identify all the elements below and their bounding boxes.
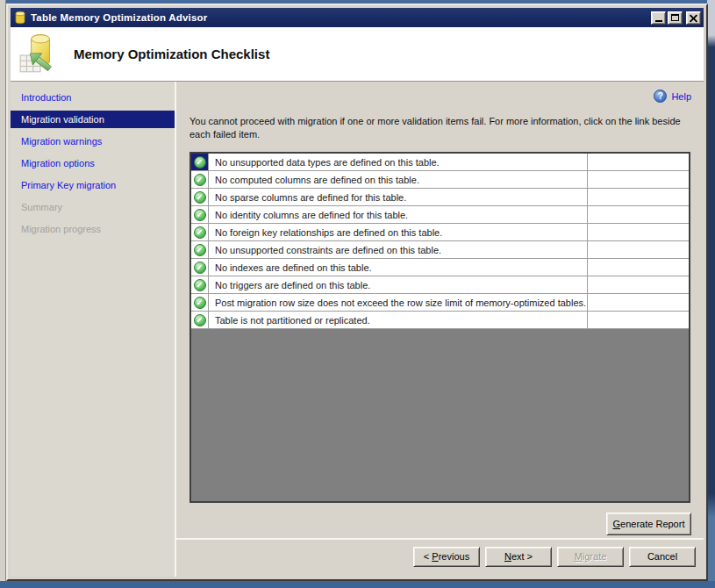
validation-pass-icon bbox=[194, 262, 206, 274]
failure-link-cell bbox=[588, 206, 689, 223]
status-cell bbox=[191, 224, 209, 240]
failure-link-cell bbox=[588, 312, 689, 328]
maximize-button[interactable] bbox=[668, 11, 683, 25]
instruction-text: You cannot proceed with migration if one… bbox=[189, 115, 703, 141]
status-cell bbox=[191, 241, 209, 258]
close-icon bbox=[690, 14, 697, 22]
wizard-steps-sidebar: Introduction Migration validation Migrat… bbox=[11, 82, 176, 577]
migrate-button: Migrate bbox=[557, 547, 624, 567]
checklist-row[interactable]: Post migration row size does not exceed … bbox=[191, 294, 689, 312]
validation-message: No unsupported data types are defined on… bbox=[209, 154, 588, 170]
validation-page: Help You cannot proceed with migration i… bbox=[176, 82, 704, 538]
database-icon bbox=[13, 11, 27, 25]
advisor-dialog: Table Memory Optimization Advisor bbox=[6, 4, 708, 581]
validation-message: No indexes are defined on this table. bbox=[209, 259, 588, 276]
checklist-row[interactable]: No triggers are defined on this table. bbox=[191, 276, 689, 294]
validation-checklist-grid: No unsupported data types are defined on… bbox=[189, 152, 690, 503]
sidebar-item-migration-options[interactable]: Migration options bbox=[11, 154, 175, 172]
status-cell bbox=[191, 312, 209, 328]
sidebar-item-primary-key-migration[interactable]: Primary Key migration bbox=[11, 176, 175, 194]
validation-message: Post migration row size does not exceed … bbox=[209, 294, 588, 311]
sidebar-item-migration-progress: Migration progress bbox=[11, 220, 175, 238]
page-title: Memory Optimization Checklist bbox=[74, 47, 269, 61]
previous-button[interactable]: < Previous bbox=[413, 547, 480, 567]
wizard-footer: < Previous Next > Migrate Cancel bbox=[176, 538, 704, 577]
validation-pass-icon bbox=[194, 244, 206, 256]
sidebar-item-introduction[interactable]: Introduction bbox=[11, 89, 175, 106]
failure-link-cell bbox=[588, 189, 689, 205]
button-label: enerate Report bbox=[620, 519, 684, 529]
failure-link-cell bbox=[588, 294, 689, 311]
checklist-row[interactable]: No unsupported data types are defined on… bbox=[191, 154, 689, 171]
minimize-button[interactable] bbox=[651, 11, 666, 25]
failure-link-cell bbox=[588, 154, 689, 170]
memory-optimization-icon bbox=[18, 32, 61, 76]
validation-pass-icon bbox=[194, 226, 206, 239]
failure-link-cell bbox=[588, 259, 689, 276]
failure-link-cell bbox=[588, 241, 689, 258]
cancel-button[interactable]: Cancel bbox=[629, 547, 696, 567]
close-button[interactable] bbox=[686, 11, 701, 25]
validation-pass-icon bbox=[194, 156, 206, 169]
status-cell bbox=[191, 206, 209, 223]
sidebar-item-migration-warnings[interactable]: Migration warnings bbox=[11, 133, 175, 150]
status-cell bbox=[191, 259, 209, 276]
validation-pass-icon bbox=[194, 174, 206, 186]
validation-pass-icon bbox=[194, 191, 206, 204]
status-cell bbox=[191, 171, 209, 188]
status-cell bbox=[191, 276, 209, 293]
wizard-header: Memory Optimization Checklist bbox=[11, 27, 704, 82]
help-label: Help bbox=[671, 91, 691, 102]
validation-message: No unsupported constraints are defined o… bbox=[209, 241, 588, 258]
checklist-row[interactable]: No sparse columns are defined for this t… bbox=[191, 189, 689, 206]
checklist-row[interactable]: No computed columns are defined on this … bbox=[191, 171, 689, 189]
validation-message: No identity columns are defined for this… bbox=[209, 206, 588, 223]
validation-message: No sparse columns are defined for this t… bbox=[209, 189, 588, 205]
button-mnemonic: P bbox=[432, 551, 438, 562]
status-cell bbox=[191, 294, 209, 311]
button-mnemonic: G bbox=[613, 519, 621, 529]
failure-link-cell bbox=[588, 224, 689, 240]
titlebar[interactable]: Table Memory Optimization Advisor bbox=[11, 8, 704, 27]
checklist-row[interactable]: No foreign key relationships are defined… bbox=[191, 224, 689, 241]
button-mnemonic: N bbox=[504, 551, 511, 562]
validation-pass-icon bbox=[194, 279, 206, 291]
status-cell bbox=[191, 189, 209, 205]
validation-message: No foreign key relationships are defined… bbox=[209, 224, 588, 240]
desktop-background-left bbox=[0, 0, 6, 588]
checklist-row[interactable]: No identity columns are defined for this… bbox=[191, 206, 689, 224]
validation-message: Table is not partitioned or replicated. bbox=[209, 312, 588, 328]
button-label: < bbox=[424, 551, 432, 562]
button-label: ext > bbox=[511, 551, 533, 562]
button-label: igrate bbox=[583, 551, 607, 562]
status-cell bbox=[191, 154, 209, 170]
sidebar-item-migration-validation[interactable]: Migration validation bbox=[11, 111, 175, 128]
generate-report-button[interactable]: Generate Report bbox=[606, 513, 691, 535]
help-link[interactable]: Help bbox=[654, 90, 691, 103]
checklist-row[interactable]: Table is not partitioned or replicated. bbox=[191, 312, 689, 329]
validation-message: No computed columns are defined on this … bbox=[209, 171, 588, 188]
button-label: Cancel bbox=[647, 551, 677, 562]
validation-message: No triggers are defined on this table. bbox=[209, 276, 588, 293]
sidebar-item-summary: Summary bbox=[11, 198, 175, 216]
button-label: revious bbox=[439, 551, 469, 562]
desktop-background-bottom bbox=[0, 581, 715, 588]
maximize-icon bbox=[671, 14, 679, 21]
next-button[interactable]: Next > bbox=[485, 547, 552, 567]
button-mnemonic: M bbox=[575, 551, 583, 562]
checklist-row[interactable]: No indexes are defined on this table. bbox=[191, 259, 689, 276]
help-icon bbox=[654, 90, 667, 103]
window-title: Table Memory Optimization Advisor bbox=[31, 12, 651, 23]
validation-pass-icon bbox=[194, 297, 206, 309]
minimize-icon bbox=[655, 20, 662, 22]
desktop-background-right bbox=[707, 0, 715, 588]
validation-pass-icon bbox=[194, 209, 206, 221]
failure-link-cell bbox=[588, 171, 689, 188]
validation-pass-icon bbox=[194, 314, 206, 326]
failure-link-cell bbox=[588, 276, 689, 293]
checklist-row[interactable]: No unsupported constraints are defined o… bbox=[191, 241, 689, 259]
